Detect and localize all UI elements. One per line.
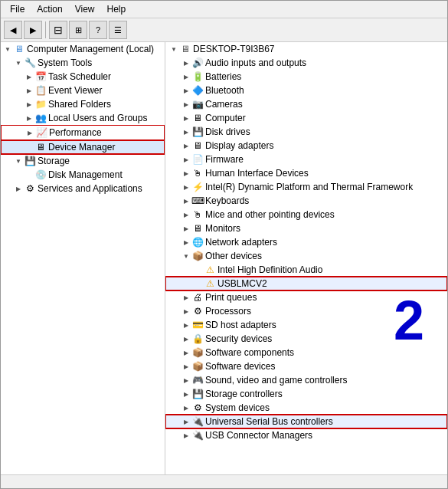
expand-comp-mgmt[interactable]: ▼ <box>2 44 13 54</box>
expand-local-users[interactable]: ▶ <box>24 113 34 123</box>
tree-item-comp-mgmt[interactable]: ▼ 🖥 Computer Management (Local) <box>1 42 165 56</box>
expand-task-scheduler[interactable]: ▶ <box>24 71 34 82</box>
right-item-hid[interactable]: ▶ 🖱 Human Interface Devices <box>165 166 447 180</box>
right-item-bluetooth[interactable]: ▶ 🔷 Bluetooth <box>165 84 447 97</box>
tree-item-local-users[interactable]: ▶ 👥 Local Users and Groups <box>1 111 165 125</box>
right-item-root[interactable]: ▼ 🖥 DESKTOP-T9I3B67 <box>165 42 447 56</box>
expand-sound-video[interactable]: ▶ <box>181 375 191 386</box>
expand-security[interactable]: ▶ <box>181 333 191 344</box>
bluetooth-label: Bluetooth <box>205 85 244 96</box>
expand-computer[interactable]: ▶ <box>181 113 191 123</box>
expand-root[interactable]: ▼ <box>168 44 179 54</box>
expand-display[interactable]: ▶ <box>181 140 191 151</box>
usblmcv2-label: USBLMCV2 <box>217 278 267 289</box>
menu-view[interactable]: View <box>69 2 101 16</box>
menu-file[interactable]: File <box>4 2 31 16</box>
expand-storage-ctrl[interactable]: ▶ <box>181 389 191 399</box>
grid-button[interactable]: ⊞ <box>69 21 87 39</box>
expand-sw-devices[interactable]: ▶ <box>181 361 191 372</box>
expand-mice[interactable]: ▶ <box>181 209 191 220</box>
performance-icon: 📈 <box>35 126 47 139</box>
expand-cameras[interactable]: ▶ <box>181 99 191 110</box>
right-item-network[interactable]: ▶ 🌐 Network adapters <box>165 235 447 249</box>
expand-intel-dynamic[interactable]: ▶ <box>181 182 191 192</box>
expand-other-devices[interactable]: ▼ <box>181 251 191 261</box>
menu-help[interactable]: Help <box>101 2 132 16</box>
tree-item-shared-folders[interactable]: ▶ 📁 Shared Folders <box>1 97 165 111</box>
expand-processors[interactable]: ▶ <box>181 306 191 317</box>
right-item-sd-host[interactable]: ▶ 💳 SD host adapters <box>165 318 447 332</box>
right-item-usb-ctrl[interactable]: ▶ 🔌 Universal Serial Bus controllers <box>165 415 447 428</box>
expand-system-devices[interactable]: ▶ <box>181 402 191 413</box>
expand-disk-drives[interactable]: ▶ <box>181 126 191 137</box>
right-item-mice[interactable]: ▶ 🖱 Mice and other pointing devices <box>165 208 447 222</box>
right-item-firmware[interactable]: ▶ 📄 Firmware <box>165 153 447 166</box>
right-item-security[interactable]: ▶ 🔒 Security devices <box>165 332 447 346</box>
right-item-sound-video[interactable]: ▶ 🎮 Sound, video and game controllers <box>165 373 447 387</box>
right-item-disk-drives[interactable]: ▶ 💾 Disk drives <box>165 125 447 139</box>
performance-label: Performance <box>49 127 102 138</box>
right-item-sw-devices[interactable]: ▶ 📦 Software devices <box>165 359 447 373</box>
expand-usb-connector[interactable]: ▶ <box>181 430 191 441</box>
expand-bluetooth[interactable]: ▶ <box>181 85 191 96</box>
tree-item-task-scheduler[interactable]: ▶ 📅 Task Scheduler <box>1 70 165 84</box>
tree-item-services[interactable]: ▶ ⚙ Services and Applications <box>1 182 165 195</box>
right-item-sw-components[interactable]: ▶ 📦 Software components <box>165 346 447 359</box>
tree-item-device-manager[interactable]: 🖥 Device Manager <box>1 140 165 154</box>
right-item-cameras[interactable]: ▶ 📷 Cameras <box>165 97 447 111</box>
keyboards-icon: ⌨ <box>191 195 204 207</box>
right-item-print-queues[interactable]: ▶ 🖨 Print queues <box>165 290 447 304</box>
tree-item-storage[interactable]: ▼ 💾 Storage <box>1 154 165 168</box>
right-item-computer[interactable]: ▶ 🖥 Computer <box>165 111 447 125</box>
menu-action[interactable]: Action <box>31 2 68 16</box>
local-users-icon: 👥 <box>34 112 47 124</box>
expand-event-viewer[interactable]: ▶ <box>24 85 34 96</box>
tree-item-system-tools[interactable]: ▼ 🔧 System Tools <box>1 56 165 70</box>
right-item-display[interactable]: ▶ 🖥 Display adapters <box>165 139 447 153</box>
right-item-storage-ctrl[interactable]: ▶ 💾 Storage controllers <box>165 387 447 401</box>
expand-keyboards[interactable]: ▶ <box>181 195 191 206</box>
expand-performance[interactable]: ▶ <box>25 127 35 138</box>
system-tools-icon: 🔧 <box>24 57 36 69</box>
tree-item-event-viewer[interactable]: ▶ 📋 Event Viewer <box>1 84 165 97</box>
right-item-audio[interactable]: ▶ 🔊 Audio inputs and outputs <box>165 56 447 70</box>
expand-firmware[interactable]: ▶ <box>181 154 191 165</box>
expand-sd-host[interactable]: ▶ <box>181 320 191 330</box>
security-label: Security devices <box>205 333 272 344</box>
expand-monitors[interactable]: ▶ <box>181 223 191 234</box>
left-tree-panel: ▼ 🖥 Computer Management (Local) ▼ 🔧 Syst… <box>1 42 165 474</box>
hid-label: Human Interface Devices <box>205 168 309 179</box>
forward-button[interactable]: ▶ <box>24 21 42 39</box>
expand-hid[interactable]: ▶ <box>181 168 191 179</box>
extra-button[interactable]: ☰ <box>109 21 127 39</box>
right-item-other-devices[interactable]: ▼ 📦 Other devices <box>165 249 447 263</box>
expand-batteries[interactable]: ▶ <box>181 71 191 82</box>
tree-item-performance[interactable]: ▶ 📈 Performance <box>1 125 165 140</box>
right-item-keyboards[interactable]: ▶ ⌨ Keyboards <box>165 194 447 208</box>
help-button[interactable]: ? <box>89 21 107 39</box>
tree-item-disk-mgmt[interactable]: 💿 Disk Management <box>1 168 165 182</box>
expand-network[interactable]: ▶ <box>181 237 191 248</box>
expand-system-tools[interactable]: ▼ <box>13 57 24 68</box>
expand-sw-components[interactable]: ▶ <box>181 347 191 358</box>
expand-services[interactable]: ▶ <box>13 183 24 194</box>
expand-storage[interactable]: ▼ <box>13 156 24 166</box>
expand-usb-ctrl[interactable]: ▶ <box>181 416 191 427</box>
expand-print-queues[interactable]: ▶ <box>181 292 191 303</box>
back-button[interactable]: ◀ <box>4 21 22 39</box>
right-item-usblmcv2[interactable]: ⚠ USBLMCV2 <box>165 277 447 290</box>
right-item-intel-hda[interactable]: ⚠ Intel High Definition Audio <box>165 263 447 277</box>
right-tree-panel: ▼ 🖥 DESKTOP-T9I3B67 ▶ 🔊 Audio inputs and… <box>165 42 447 474</box>
right-item-usb-connector[interactable]: ▶ 🔌 USB Connector Managers <box>165 428 447 442</box>
right-item-processors[interactable]: ▶ ⚙ Processors <box>165 304 447 318</box>
show-hide-button[interactable]: ⊟ <box>49 21 67 39</box>
network-icon: 🌐 <box>191 236 204 248</box>
cameras-icon: 📷 <box>191 98 204 110</box>
right-item-batteries[interactable]: ▶ 🔋 Batteries <box>165 70 447 84</box>
expand-shared-folders[interactable]: ▶ <box>24 99 34 110</box>
usblmcv2-icon: ⚠ <box>204 277 216 290</box>
expand-audio[interactable]: ▶ <box>181 57 191 68</box>
right-item-intel-dynamic[interactable]: ▶ ⚡ Intel(R) Dynamic Platform and Therma… <box>165 180 447 194</box>
right-item-monitors[interactable]: ▶ 🖥 Monitors <box>165 222 447 235</box>
right-item-system-devices[interactable]: ▶ ⚙ System devices <box>165 401 447 415</box>
